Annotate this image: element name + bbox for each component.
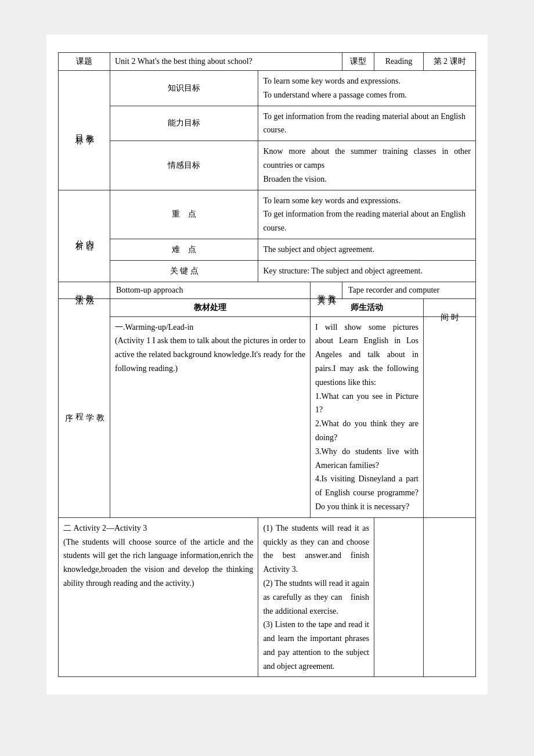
nengli-label: 能力目标 bbox=[110, 106, 258, 141]
nengli-mubiao-row: 能力目标 To get information from the reading… bbox=[59, 106, 476, 141]
guanjiandian-row: 关 键 点 Key structure: The subject and obj… bbox=[59, 260, 476, 282]
jiaoju-value: Tape recorder and computer bbox=[342, 282, 476, 298]
jiaofaxuefa-method: Bottom-up approach bbox=[110, 282, 311, 298]
qinggan-mubiao-row: 情感目标 Know more about the summer training… bbox=[59, 141, 476, 190]
nandian-content: The subject and object agreement. bbox=[258, 239, 476, 260]
ke-ti-label: 课题 bbox=[59, 53, 110, 71]
zhishi-content: To learn some key words and expressions.… bbox=[258, 71, 476, 106]
nengli-content: To get information from the reading mate… bbox=[258, 106, 476, 141]
zhongdian-content: To learn some key words and expressions.… bbox=[258, 190, 476, 239]
zhongdian-row: 内容分析 重 点 To learn some key words and exp… bbox=[59, 190, 476, 239]
ke-shi-label: 第 2 课时 bbox=[424, 53, 476, 71]
section1-time bbox=[424, 316, 476, 517]
shisheng-huodong-header: 师生活动 bbox=[311, 298, 424, 316]
section1-right: I will show some pictures about Learn En… bbox=[311, 316, 424, 517]
qinggan-content: Know more about the summer training clas… bbox=[258, 141, 476, 190]
neirong-fenxi-label: 内容分析 bbox=[59, 190, 110, 282]
nandian-row: 难 点 The subject and object agreement. bbox=[59, 239, 476, 260]
chengxu-main-label: 教学程序 bbox=[59, 298, 110, 517]
ke-ti-value: Unit 2 What's the best thing about schoo… bbox=[110, 53, 342, 71]
section1-row: 一.Warming-up/Lead-in (Activity 1 I ask t… bbox=[59, 316, 476, 517]
shijian-header: 时间 bbox=[424, 298, 476, 316]
jiaoju-xuejia-label: 教具学具 bbox=[311, 282, 342, 298]
section1-left: 一.Warming-up/Lead-in (Activity 1 I ask t… bbox=[110, 316, 311, 517]
page: 课题 Unit 2 What's the best thing about sc… bbox=[46, 35, 488, 694]
zhongdian-label: 重 点 bbox=[110, 190, 258, 239]
jiaofaxuefa-label: 教法学法 bbox=[59, 282, 110, 298]
section2-row: 二 Activity 2—Activity 3 (The students wi… bbox=[59, 517, 476, 677]
nandian-label: 难 点 bbox=[110, 239, 258, 260]
main-table: 课题 Unit 2 What's the best thing about sc… bbox=[58, 52, 476, 677]
jiaocai-chuli-header: 教材处理 bbox=[110, 298, 311, 316]
guanjiandian-content: Key structure: The subject and object ag… bbox=[258, 260, 476, 282]
header-row: 课题 Unit 2 What's the best thing about sc… bbox=[59, 53, 476, 71]
zhishi-mubiao-row: 教学目标 知识目标 To learn some key words and ex… bbox=[59, 71, 476, 106]
jiaoxue-mubiao-label: 教学目标 bbox=[59, 71, 110, 190]
zhishi-label: 知识目标 bbox=[110, 71, 258, 106]
section2-left: 二 Activity 2—Activity 3 (The students wi… bbox=[59, 517, 258, 677]
ke-xing-label: 课型 bbox=[342, 53, 374, 71]
guanjiandian-label: 关 键 点 bbox=[110, 260, 258, 282]
ke-xing-value: Reading bbox=[374, 53, 424, 71]
qinggan-label: 情感目标 bbox=[110, 141, 258, 190]
jiaofaxuefa-row: 教法学法 Bottom-up approach 教具学具 Tape record… bbox=[59, 282, 476, 298]
section2-time bbox=[374, 517, 424, 677]
section2-right: (1) The students will read it as quickly… bbox=[258, 517, 374, 677]
chengxu-header-row: 教学程序 教材处理 师生活动 时间 bbox=[59, 298, 476, 316]
